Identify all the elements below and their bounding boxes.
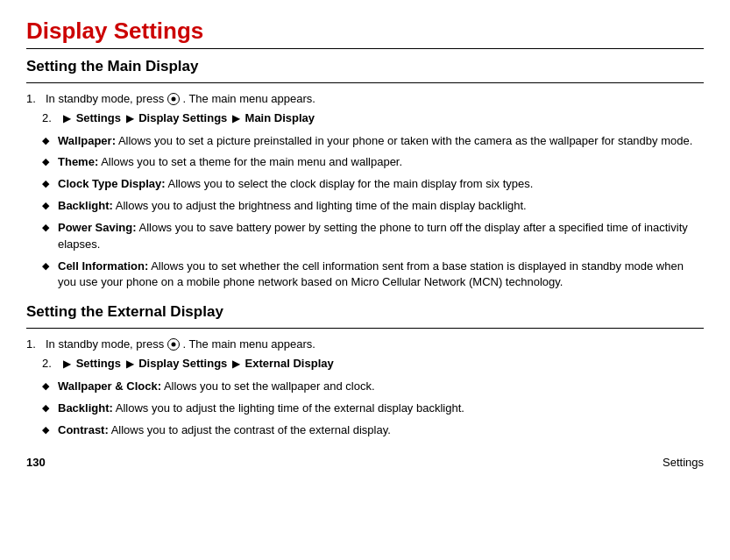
center-button-icon-2 bbox=[167, 338, 180, 351]
step1-text-s2: In standby mode, press . The main menu a… bbox=[46, 337, 315, 351]
bullet-text-7: Wallpaper & Clock: Allows you to set the… bbox=[58, 379, 704, 395]
title-divider bbox=[26, 48, 704, 49]
nav-arrow3: ▶ bbox=[232, 112, 240, 124]
bullet-text-3: Clock Type Display: Allows you to select… bbox=[58, 176, 704, 193]
bullet-backlight: ◆ Backlight: Allows you to adjust the br… bbox=[42, 198, 704, 215]
step1-number: 1. bbox=[26, 92, 42, 105]
nav-arrow4: ▶ bbox=[63, 358, 71, 370]
section2-divider bbox=[26, 328, 704, 329]
step2-nav: ▶ Settings ▶ Display Settings ▶ Main Dis… bbox=[61, 111, 315, 124]
bullet-power-saving: ◆ Power Saving: Allows you to save batte… bbox=[42, 220, 704, 253]
section-external-display: Setting the External Display 1. In stand… bbox=[26, 303, 704, 438]
bullet-icon-9: ◆ bbox=[42, 423, 58, 437]
page-title: Display Settings bbox=[26, 18, 704, 45]
bullet-text-5: Power Saving: Allows you to save battery… bbox=[58, 220, 704, 253]
footer-section-label: Settings bbox=[663, 456, 704, 469]
bullet-wallpaper: ◆ Wallpaper: Allows you to set a picture… bbox=[42, 133, 704, 150]
bullet-icon-8: ◆ bbox=[42, 401, 58, 415]
section2-step2: 2. ▶ Settings ▶ Display Settings ▶ Exter… bbox=[42, 357, 704, 370]
bullet-backlight-ext: ◆ Backlight: Allows you to adjust the li… bbox=[42, 401, 704, 417]
step1-number-s2: 1. bbox=[26, 337, 42, 351]
footer-page-number: 130 bbox=[26, 456, 46, 469]
step2-nav-s2: ▶ Settings ▶ Display Settings ▶ External… bbox=[61, 357, 334, 370]
step2-number-s2: 2. bbox=[42, 357, 58, 370]
footer: 130 Settings bbox=[26, 456, 704, 469]
section1-title: Setting the Main Display bbox=[26, 58, 704, 75]
step2-number: 2. bbox=[42, 111, 58, 124]
bullet-theme: ◆ Theme: Allows you to set a theme for t… bbox=[42, 154, 704, 171]
section2-step1: 1. In standby mode, press . The main men… bbox=[26, 337, 704, 351]
center-button-icon bbox=[167, 93, 180, 105]
bullet-cell-info: ◆ Cell Information: Allows you to set wh… bbox=[42, 259, 704, 292]
bullet-text-2: Theme: Allows you to set a theme for the… bbox=[58, 154, 704, 171]
bullet-clock-type: ◆ Clock Type Display: Allows you to sele… bbox=[42, 176, 704, 193]
bullet-text-1: Wallpaper: Allows you to set a picture p… bbox=[58, 133, 704, 150]
section2-title: Setting the External Display bbox=[26, 303, 704, 321]
section2-bullets: ◆ Wallpaper & Clock: Allows you to set t… bbox=[42, 379, 704, 439]
nav-arrow5: ▶ bbox=[126, 358, 134, 370]
section-main-display: Setting the Main Display 1. In standby m… bbox=[26, 58, 704, 291]
section1-divider bbox=[26, 82, 704, 83]
bullet-icon-6: ◆ bbox=[42, 259, 58, 273]
section1-bullets: ◆ Wallpaper: Allows you to set a picture… bbox=[42, 133, 704, 292]
bullet-icon-5: ◆ bbox=[42, 221, 58, 235]
bullet-text-4: Backlight: Allows you to adjust the brig… bbox=[58, 198, 704, 215]
bullet-contrast: ◆ Contrast: Allows you to adjust the con… bbox=[42, 422, 704, 439]
bullet-text-9: Contrast: Allows you to adjust the contr… bbox=[58, 422, 704, 439]
bullet-text-6: Cell Information: Allows you to set whet… bbox=[58, 259, 704, 292]
section1-step1: 1. In standby mode, press . The main men… bbox=[26, 92, 704, 106]
bullet-wallpaper-clock: ◆ Wallpaper & Clock: Allows you to set t… bbox=[42, 379, 704, 395]
bullet-text-8: Backlight: Allows you to adjust the ligh… bbox=[58, 401, 704, 417]
nav-arrow1: ▶ bbox=[63, 112, 71, 124]
section1-step2: 2. ▶ Settings ▶ Display Settings ▶ Main … bbox=[42, 111, 704, 124]
bullet-icon-1: ◆ bbox=[42, 134, 58, 148]
bullet-icon-7: ◆ bbox=[42, 379, 58, 393]
nav-arrow2: ▶ bbox=[126, 112, 134, 124]
step1-text: In standby mode, press . The main menu a… bbox=[46, 92, 315, 106]
bullet-icon-2: ◆ bbox=[42, 155, 58, 169]
bullet-icon-4: ◆ bbox=[42, 199, 58, 213]
nav-arrow6: ▶ bbox=[232, 358, 240, 370]
bullet-icon-3: ◆ bbox=[42, 177, 58, 191]
